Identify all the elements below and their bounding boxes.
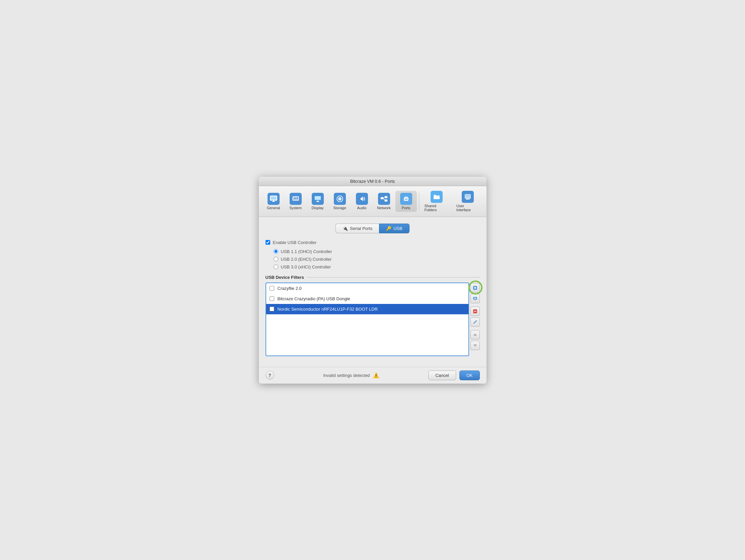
svg-rect-7 (294, 198, 296, 199)
title-bar: Bitcraze VM 0.6 - Ports (259, 177, 487, 186)
serial-ports-tab-label: Serial Ports (350, 226, 372, 231)
usb-30-radio[interactable] (273, 264, 278, 269)
toolbar-item-audio[interactable]: Audio (351, 191, 372, 212)
status-text: Invalid settings detected (323, 373, 370, 378)
audio-icon (356, 193, 368, 205)
system-icon (290, 193, 302, 205)
user-interface-label: User Interface (456, 204, 479, 212)
ports-tab-bar: 🔌 Serial Ports 🔑 USB (265, 224, 480, 233)
add-usb-from-device-button[interactable] (471, 294, 480, 303)
enable-usb-row: Enable USB Controller (265, 240, 480, 245)
svg-rect-30 (465, 197, 466, 198)
svg-point-15 (339, 198, 340, 199)
device-checkbox-3[interactable] (269, 307, 274, 311)
device-name-1: Crazyflie 2.0 (278, 286, 302, 291)
usb-tab[interactable]: 🔑 USB (379, 224, 410, 233)
svg-rect-18 (385, 199, 387, 201)
toolbar-separator (419, 193, 419, 209)
ports-label: Ports (402, 206, 411, 210)
status-area: Invalid settings detected ⚠️ (323, 372, 379, 378)
usb-filters-title: USB Device Filters (265, 275, 480, 280)
svg-rect-24 (407, 196, 408, 198)
svg-rect-26 (406, 198, 407, 200)
svg-point-8 (297, 197, 298, 199)
shared-folders-icon (430, 191, 443, 203)
device-name-3: Nordic Semiconductor nRF24LU1P-F32 BOOT … (278, 307, 378, 311)
device-checkbox-1[interactable] (269, 286, 274, 291)
remove-usb-filter-button[interactable] (471, 307, 480, 316)
help-button[interactable]: ? (265, 371, 274, 380)
dialog-buttons: Cancel OK (428, 370, 480, 380)
cancel-button[interactable]: Cancel (428, 370, 456, 380)
svg-line-20 (383, 198, 385, 200)
toolbar-item-user-interface[interactable]: User Interface (453, 189, 483, 214)
svg-rect-23 (405, 196, 406, 198)
device-item-1[interactable]: Crazyflie 2.0 (266, 283, 468, 294)
audio-label: Audio (357, 206, 366, 210)
toolbar: General System (259, 186, 487, 217)
general-label: General (267, 206, 280, 210)
svg-rect-16 (381, 197, 383, 199)
toolbar-item-display[interactable]: Display (307, 191, 328, 212)
svg-rect-10 (315, 196, 321, 200)
usb-30-row: USB 3.0 (xHCI) Controller (273, 264, 480, 269)
filters-list-container: Crazyflie 2.0 Bitcraze Crazyradio (PA) U… (265, 283, 480, 356)
device-list[interactable]: Crazyflie 2.0 Bitcraze Crazyradio (PA) U… (265, 283, 469, 356)
enable-usb-section: Enable USB Controller USB 1.1 (OHCI) Con… (265, 240, 480, 269)
device-item-2[interactable]: Bitcraze Crazyradio (PA) USB Dongle (266, 294, 468, 304)
svg-rect-6 (294, 198, 295, 198)
svg-rect-17 (385, 196, 387, 198)
side-buttons (471, 283, 480, 356)
usb-11-radio[interactable] (273, 249, 278, 254)
edit-usb-filter-button[interactable] (471, 317, 480, 327)
svg-rect-32 (468, 197, 470, 198)
move-up-button[interactable] (471, 330, 480, 339)
usb-20-radio[interactable] (273, 257, 278, 261)
usb-11-label: USB 1.1 (OHCI) Controller (281, 249, 332, 254)
network-label: Network (377, 206, 390, 210)
svg-rect-1 (270, 196, 277, 200)
warning-icon: ⚠️ (372, 372, 379, 378)
system-label: System (289, 206, 302, 210)
device-name-2: Bitcraze Crazyradio (PA) USB Dongle (278, 296, 350, 301)
usb-filters-section: USB Device Filters Crazyflie 2.0 Bitcraz… (265, 275, 480, 356)
toolbar-item-shared-folders[interactable]: Shared Folders (421, 189, 452, 214)
window-title: Bitcraze VM 0.6 - Ports (350, 179, 395, 184)
toolbar-item-general[interactable]: General (263, 191, 284, 212)
bottom-bar: ? Invalid settings detected ⚠️ Cancel OK (259, 367, 487, 384)
svg-rect-27 (407, 198, 408, 200)
serial-ports-icon: 🔌 (343, 226, 348, 231)
usb-20-label: USB 2.0 (EHCI) Controller (281, 257, 332, 262)
general-icon (267, 193, 280, 205)
display-icon (312, 193, 324, 205)
ok-button[interactable]: OK (459, 370, 480, 380)
display-label: Display (312, 206, 323, 210)
storage-label: Storage (333, 206, 346, 210)
user-interface-icon (462, 191, 474, 203)
usb-30-label: USB 3.0 (xHCI) Controller (281, 264, 331, 269)
svg-rect-25 (405, 198, 406, 200)
toolbar-item-storage[interactable]: Storage (329, 191, 351, 212)
device-checkbox-2[interactable] (269, 296, 274, 301)
add-usb-filter-button[interactable] (471, 283, 480, 293)
usb-11-row: USB 1.1 (OHCI) Controller (273, 249, 480, 254)
enable-usb-label: Enable USB Controller (273, 240, 317, 245)
enable-usb-checkbox[interactable] (265, 240, 270, 245)
usb-tab-label: USB (393, 226, 402, 231)
svg-rect-31 (467, 197, 468, 198)
device-item-3[interactable]: Nordic Semiconductor nRF24LU1P-F32 BOOT … (266, 304, 468, 314)
vm-settings-window: Bitcraze VM 0.6 - Ports General (259, 177, 487, 384)
serial-ports-tab[interactable]: 🔌 Serial Ports (335, 224, 379, 233)
ports-icon (400, 193, 412, 205)
shared-folders-label: Shared Folders (424, 204, 449, 212)
usb-tab-icon: 🔑 (386, 226, 391, 231)
svg-line-19 (383, 197, 385, 198)
usb-20-row: USB 2.0 (EHCI) Controller (273, 257, 480, 262)
move-down-button[interactable] (471, 341, 480, 350)
usb-version-group: USB 1.1 (OHCI) Controller USB 2.0 (EHCI)… (273, 249, 480, 269)
toolbar-item-network[interactable]: Network (373, 191, 395, 212)
content-area: 🔌 Serial Ports 🔑 USB Enable USB Controll… (259, 217, 487, 367)
storage-icon (334, 193, 346, 205)
toolbar-item-system[interactable]: System (285, 191, 306, 212)
toolbar-item-ports[interactable]: Ports (395, 191, 417, 212)
